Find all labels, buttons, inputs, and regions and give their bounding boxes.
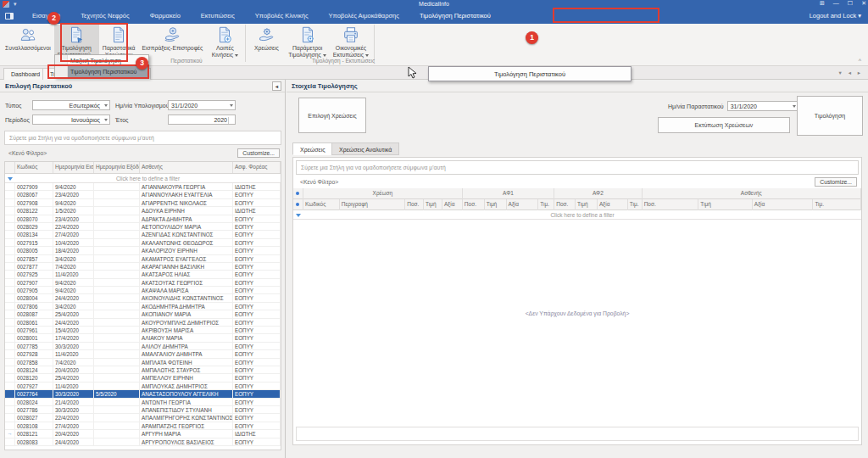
table-row[interactable]: 002812420/4/2020ΑΜΠΑΛΩΤΗΣ ΣΤΑΥΡΟΣΕΟΠΥΥ (5, 366, 281, 374)
column-header[interactable]: Ποσ. (463, 199, 485, 210)
table-row[interactable]: 002776430/3/20205/5/2020ΑΝΑΣΤΑΣΟΠΟΥΛΟΥ Α… (5, 390, 281, 398)
column-header[interactable]: Τιμή (485, 199, 507, 210)
tab-charges[interactable]: Χρεώσεις (292, 142, 333, 155)
empty-filter-label[interactable]: <Κενό Φίλτρο> (8, 150, 47, 156)
tab-charges-detailed[interactable]: Χρεώσεις Αναλυτικά (331, 142, 399, 155)
table-row[interactable]: 002792811/4/2020ΑΜΑΛΓΑΛΙΟΥ ΔΗΜΗΤΡΑΕΟΠΥΥ (5, 350, 281, 358)
column-header[interactable]: Ποσ. (554, 199, 576, 210)
table-row[interactable]: 002800424/4/2020ΑΚΟΙΝΟΥΛΙΔΗΣ ΚΩΝΣΤΑΝΤΙΝΟ… (5, 294, 281, 302)
type-select[interactable]: Εσωτερικός (32, 100, 110, 110)
table-row[interactable]: 002796115/4/2020ΑΚΡΙΒΟΥΣΗ ΜΑΡΙΣΑΕΟΠΥΥ (5, 327, 281, 334)
table-row[interactable]: 00279089/4/2020ΑΓΙΑΡΡΕΝΤΗΣ ΝΙΚΟΛΑΟΣΕΟΠΥΥ (5, 199, 281, 207)
ribbon-button-receipts-refunds[interactable]: Εισπράξεις-Επιστροφές (139, 25, 207, 52)
column-group-header[interactable]: ΑΦ2 (554, 188, 642, 199)
customize-button[interactable]: Customize... (815, 177, 857, 187)
column-header[interactable]: Τιμή (698, 199, 753, 210)
minimize-button[interactable]: — (833, 0, 839, 7)
column-header[interactable]: Περιγραφή (340, 199, 406, 210)
table-row[interactable]: 002806124/4/2020ΑΚΟΥΡΟΥΜΠΛΗΣ ΔΗΜΗΤΡΙΟΣΕΟ… (5, 319, 281, 327)
table-row[interactable]: 002810827/4/2020ΑΡΑΜΠΑΤΖΗΣ ΓΕΩΡΓΙΟΣΕΟΠΥΥ (5, 422, 281, 430)
table-row[interactable]: 002802922/4/2020ΑΕΤΟΠΟΥΛΙΔΟΥ ΜΑΡΙΑΕΟΠΥΥ (5, 223, 281, 231)
table-row[interactable]: 002792711/4/2020ΑΜΠΛΟΥΚΑΣ ΔΗΜΗΤΡΙΟΣΕΟΠΥΥ (5, 383, 281, 390)
column-header[interactable]: Ποσ. (405, 199, 424, 210)
tab-dashboard[interactable]: Dashboard (3, 68, 47, 80)
ribbon-button-financial-prints[interactable]: Οικονομικές Εκτυπώσεις (330, 25, 372, 58)
table-row[interactable]: 002813427/4/2020ΑΖΕΝΓΙΔΑΣ ΚΩΝΣΤΑΝΤΙΝΟΣΕΟ… (5, 231, 281, 238)
customize-button[interactable]: Customize... (237, 148, 280, 158)
file-menu-icon[interactable] (5, 13, 14, 20)
table-row[interactable]: 00278063/4/2020ΑΚΟΔΗΜΗΤΡΑ ΔΗΜΗΤΡΑΕΟΠΥΥ (5, 303, 281, 310)
group-by-bar[interactable]: Σύρετε μια Στήλη για να ομαδοποιήσετε σύ… (296, 160, 859, 175)
column-group-header[interactable]: Ασθενής (643, 188, 861, 199)
close-button[interactable]: ✕ (861, 0, 866, 7)
period-select[interactable]: Ιανουάριος (32, 114, 110, 125)
column-header[interactable]: Τιμή (424, 199, 442, 210)
table-row[interactable]: 002802421/4/2020ΑΝΤΩΝΤΗ ΓΕΩΡΓΙΑΕΟΠΥΥ (5, 399, 281, 406)
menu-tab-4[interactable]: Υποβολές Κλινικής (245, 8, 319, 24)
table-row[interactable]: →002812120/4/2020ΑΡΓΥΡΗ ΜΑΡΙΑΙΔΙΩΤΗΣ (5, 430, 281, 438)
window-style-button[interactable]: ⊞ (820, 0, 825, 7)
column-header[interactable]: Αξία (598, 199, 628, 210)
table-row[interactable]: 00279079/4/2020ΑΚΑΤΣΟΥΓΑΣ ΓΕΩΡΓΙΟΣΕΟΠΥΥ (5, 279, 281, 287)
table-row[interactable]: 002778530/3/2020ΑΛΙΛΟΥ ΔΗΜΗΤΡΑΕΟΠΥΥ (5, 343, 281, 350)
table-row[interactable]: 00278587/4/2020ΑΜΠΛΑΤΑ ΦΩΤΕΙΝΗΕΟΠΥΥ (5, 359, 281, 366)
column-header[interactable]: Τιμ. (538, 199, 554, 210)
maximize-button[interactable]: ☐ (848, 0, 853, 7)
calc-date-input[interactable]: 31/1/2020 (168, 100, 236, 110)
ribbon-button-charges[interactable]: Χρεώσεις (248, 25, 285, 52)
select-charges-button[interactable]: Επιλογή Χρεώσεις (298, 98, 366, 133)
table-row[interactable]: 002791510/4/2020ΑΚΑΛΑΝΤΩΝΗΣ ΘΕΟΔΩΡΟΣΕΟΠΥ… (5, 239, 281, 247)
ribbon-button-counterparties[interactable]: Συναλλασσόμενοι (2, 25, 54, 52)
column-header[interactable]: Αξία (507, 199, 539, 210)
charges-grid-filter-row[interactable]: Click here to define a filter (293, 210, 861, 220)
ribbon-collapse-icon[interactable]: ^ (859, 58, 861, 64)
ribbon-button-other-movements[interactable]: Λοιπές Κινήσεις (206, 25, 243, 58)
year-stepper[interactable]: 2020 (168, 114, 236, 125)
column-header[interactable]: Τιμή (576, 199, 598, 210)
table-row[interactable]: 00278573/4/2020ΑΚΑΜΑΤΡΟΣ ΕΥΑΓΓΕΛΟΣΕΟΠΥΥ (5, 255, 281, 263)
table-row[interactable]: 00281221/5/2020ΑΔΟΥΚΑ ΕΙΡΗΝΗΙΔΙΩΤΗΣ (5, 207, 281, 215)
table-row[interactable]: 002808725/4/2020ΑΚΟΠΙΑΝΟΥ ΜΑΡΙΑΕΟΠΥΥ (5, 310, 281, 318)
menu-tab-3[interactable]: Εκτυπώσεις (191, 8, 245, 24)
table-row[interactable]: 002792511/4/2020ΑΚΑΤΣΑΡΟΣ ΗΛΙΑΣΕΟΠΥΥ (5, 271, 281, 278)
menu-tab-1[interactable]: Τεχνητός Νεφρός (70, 8, 139, 24)
menu-tab-2[interactable]: Φαρμακείο (140, 8, 191, 24)
table-row[interactable]: 002778630/3/2020ΑΠΑΝΕΠΙΣΤΙΔΟΥ ΣΤΥΛΙΑΝΗΕΟ… (5, 406, 281, 414)
column-header[interactable]: Κωδικός (15, 162, 53, 173)
table-row[interactable]: 002800518/4/2020ΑΚΑΛΟΡΙΖΟΥ ΕΙΡΗΝΗΕΟΠΥΥ (5, 247, 281, 254)
column-header[interactable]: Τιμ. (813, 199, 861, 210)
menu-tab-5[interactable]: Υποβολές Αιμοκάθαρσης (319, 8, 409, 24)
column-group-header[interactable]: Χρέωση (303, 188, 463, 199)
table-row[interactable]: 002806723/4/2020ΑΓΙΑΝΝΟΥΛΑΚΗ ΕΥΑΓΓΕΛΙΑΕΟ… (5, 191, 281, 198)
table-row[interactable]: 002808324/4/2020ΑΡΓΥΡΟΠΟΥΛΟΣ ΒΑΣΙΛΕΙΟΣΕΟ… (5, 438, 281, 446)
ribbon-button-billing-parameters[interactable]: Παράμετροι Τιμολόγησης (285, 25, 329, 58)
logout-and-lock-button[interactable]: Logout and Lock ▾ (810, 12, 861, 20)
print-charges-button[interactable]: Εκτύπωση Χρεώσεων (658, 117, 790, 133)
column-group-header[interactable]: ΑΦ1 (463, 188, 554, 199)
column-header[interactable]: Ημερομηνία Εισ (53, 162, 94, 173)
menu-tab-6[interactable]: Τιμολόγηση Περιστατικού (409, 8, 501, 24)
column-header[interactable]: Αξία (442, 199, 463, 210)
table-row[interactable]: 00279099/4/2020ΑΓΙΑΝΝΑΚΟΥΡΑ ΓΕΩΡΓΙΑΙΔΙΩΤ… (5, 183, 281, 191)
column-header[interactable]: Ημερομηνία Εξόδου (94, 162, 140, 173)
tab-scroll-icons[interactable]: ▾ ◂ ▸ (839, 70, 863, 76)
column-header[interactable]: Ασφ. Φορέας (233, 162, 281, 173)
column-header[interactable]: Αξία (753, 199, 814, 210)
table-row[interactable]: 002807023/4/2020ΑΔΡΑΚΤΑ ΔΗΜΗΤΡΑΕΟΠΥΥ (5, 215, 281, 223)
column-header[interactable]: Ποσ. (643, 199, 699, 210)
doc-date-input[interactable]: 31/1/2020 (727, 101, 798, 111)
table-row[interactable]: 002802722/4/2020ΑΠΑΛΜΙΓΡΗΓΟΡΗΣ ΚΩΝΣΤΑΝΤΙ… (5, 414, 281, 422)
invoice-button[interactable]: Τιμολόγηση (797, 96, 863, 136)
table-row[interactable]: 002800117/4/2020ΑΛΙΑΚΟΥ ΜΑΡΙΑΕΟΠΥΥ (5, 334, 281, 342)
column-header[interactable]: Ασθενής (140, 162, 233, 173)
patients-grid-filter-row[interactable]: Click here to define a filter (5, 174, 281, 183)
table-row[interactable]: 00279059/4/2020ΑΚΑΨΑΛΑ ΜΑΡΙΣΑΕΟΠΥΥ (5, 287, 281, 294)
group-by-bar[interactable]: Σύρετε μια Στήλη για να ομαδοποιήσετε σύ… (4, 131, 281, 145)
table-row[interactable]: 00278777/4/2020ΑΚΑΡΑΓΙΑΝΝΗ ΒΑΣΙΛΙΚΗΕΟΠΥΥ (5, 263, 281, 271)
collapse-panel-button[interactable]: ◂ (272, 81, 281, 91)
menu-tab-0[interactable]: Εισαγωγή (22, 8, 70, 24)
column-header[interactable]: Τιμ. (628, 199, 643, 210)
column-header[interactable]: Κωδικός (303, 199, 340, 210)
empty-filter-label[interactable]: <Κενό Φίλτρο> (300, 179, 338, 185)
table-row[interactable]: 002812025/4/2020ΑΜΠΕΛΛΟΥ ΕΙΡΗΝΗΕΟΠΥΥ (5, 374, 281, 382)
